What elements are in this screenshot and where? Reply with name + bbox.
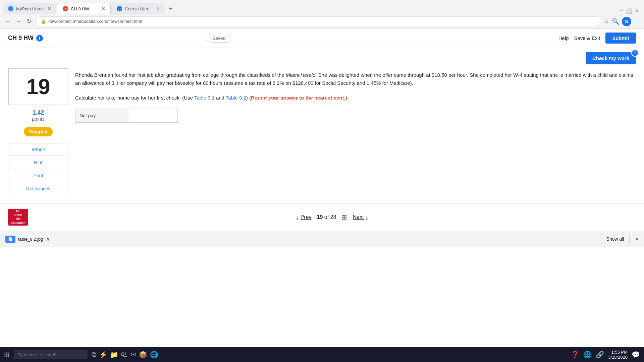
pagination: ‹ Prev 19 of 28 ⊞ Next ›: [297, 213, 368, 221]
forward-button[interactable]: →: [15, 17, 23, 26]
bookmark-icon[interactable]: ☆: [604, 18, 609, 25]
instruction-bold: (Round your answer to the nearest cent.): [249, 95, 347, 101]
instruction-part1: Calculate her take-home pay for her firs…: [75, 95, 194, 101]
question-instruction: Calculate her take-home pay for her firs…: [75, 94, 636, 102]
sidebar-links: eBook Hint Print References: [8, 143, 68, 195]
tab-mypath-label: MyPath Home: [16, 6, 44, 11]
points-value: 1.42: [8, 109, 68, 116]
logo-line1: Mc: [16, 209, 20, 214]
hero-favicon: 🛡: [117, 6, 122, 11]
show-all-button[interactable]: Show all: [601, 234, 630, 244]
left-panel: 19 1.42 points Skipped eBook Hint Print …: [8, 68, 68, 195]
ch9-favicon: ★: [63, 6, 68, 11]
points-section: 1.42 points: [8, 109, 68, 122]
download-actions: Show all ×: [601, 234, 639, 244]
net-pay-input-cell[interactable]: [129, 109, 178, 123]
net-pay-input[interactable]: [133, 112, 173, 120]
ebook-link[interactable]: eBook: [8, 143, 68, 156]
next-button[interactable]: Next ›: [353, 214, 368, 221]
close-window-button[interactable]: ×: [635, 7, 639, 14]
download-bar: 📄 table_9.2.jpg ∧ Show all ×: [0, 231, 644, 247]
grid-view-button[interactable]: ⊞: [341, 213, 347, 221]
next-arrow-icon: ›: [366, 214, 368, 221]
download-item: 📄 table_9.2.jpg ∧: [5, 235, 50, 243]
close-download-bar-button[interactable]: ×: [635, 236, 639, 243]
points-label: points: [8, 116, 68, 122]
skipped-badge[interactable]: Skipped: [24, 127, 53, 136]
question-number-box: 19: [8, 68, 68, 105]
table91-link[interactable]: Table 9.1: [194, 95, 215, 101]
prev-arrow-icon: ‹: [297, 214, 299, 221]
info-icon[interactable]: i: [36, 35, 43, 42]
prev-label[interactable]: Prev: [301, 214, 312, 220]
saved-badge: Saved: [207, 34, 231, 43]
question-area: Rhonda Brennan found her first job after…: [75, 68, 636, 195]
tab-mypath[interactable]: 🌐 MyPath Home ×: [3, 3, 56, 14]
new-tab-button[interactable]: +: [166, 3, 176, 14]
lock-icon: 🔒: [41, 19, 46, 24]
page-of: of: [324, 214, 330, 220]
total-pages: 28: [330, 214, 336, 220]
app-header: CH 9 HW i Saved Help Save & Exit Submit: [0, 28, 644, 48]
minimize-button[interactable]: −: [620, 7, 623, 14]
table92-link[interactable]: Table 9.2: [226, 95, 246, 101]
mgh-logo: Mc Graw Hill Education: [8, 209, 28, 226]
mypath-favicon: 🌐: [8, 6, 13, 11]
page-info: 19 of 28: [317, 214, 336, 220]
logo-line4: Education: [11, 221, 25, 225]
instruction-and: and: [215, 95, 226, 101]
check-work-container: Check my work 1: [0, 48, 644, 68]
back-button[interactable]: ←: [4, 17, 12, 26]
download-file-icon: 📄: [5, 236, 15, 243]
expand-downloads-button[interactable]: ∧: [46, 235, 50, 243]
print-link[interactable]: Print: [8, 170, 68, 182]
user-avatar[interactable]: S: [622, 17, 631, 26]
paper-name: Miami Herald: [286, 72, 315, 78]
browser-chrome: 🌐 MyPath Home × ★ CH 9 HW × 🛡 Course Her…: [0, 0, 644, 28]
address-bar: ← → ↻ 🔒 newconnect.mheducation.com/flow/…: [0, 14, 644, 28]
address-actions: ☆ 🔍 S ⋮: [604, 17, 640, 26]
skipped-container: Skipped: [8, 124, 68, 139]
table-row: Net pay: [75, 109, 178, 123]
current-page: 19: [317, 214, 323, 220]
hint-link[interactable]: Hint: [8, 157, 68, 169]
question-text: Rhonda Brennan found her first job after…: [75, 71, 636, 87]
title-text: CH 9 HW: [8, 35, 34, 42]
net-pay-label-cell: Net pay: [75, 109, 129, 123]
question-number: 19: [14, 74, 62, 99]
url-text[interactable]: newconnect.mheducation.com/flow/connect.…: [48, 19, 142, 24]
submit-button[interactable]: Submit: [605, 33, 636, 44]
download-filename: table_9.2.jpg: [18, 237, 43, 242]
instruction-part2: ): [246, 95, 249, 101]
url-bar[interactable]: 🔒 newconnect.mheducation.com/flow/connec…: [35, 16, 601, 26]
check-work-button[interactable]: Check my work 1: [586, 52, 636, 64]
logo-line3: Hill: [16, 217, 20, 221]
check-work-label: Check my work: [592, 55, 629, 61]
tab-ch9hw-label: CH 9 HW: [71, 6, 89, 11]
maximize-button[interactable]: ⬜: [626, 8, 632, 14]
help-link[interactable]: Help: [558, 35, 569, 41]
logo-line2: Graw: [14, 213, 22, 217]
tab-coursehero-label: Course Hero: [125, 6, 150, 11]
tab-ch9hw[interactable]: ★ CH 9 HW ×: [57, 3, 111, 14]
save-exit-link[interactable]: Save & Exit: [574, 35, 600, 41]
tab-ch9hw-close[interactable]: ×: [102, 6, 105, 12]
question-body-part1: Rhonda Brennan found her first job after…: [75, 72, 286, 78]
notification-badge: 1: [631, 49, 639, 57]
tab-bar: 🌐 MyPath Home × ★ CH 9 HW × 🛡 Course Her…: [0, 0, 644, 14]
tab-coursehero[interactable]: 🛡 Course Hero ×: [111, 3, 165, 14]
tab-coursehero-close[interactable]: ×: [157, 6, 160, 12]
header-actions: Help Save & Exit Submit: [558, 33, 636, 44]
prev-button[interactable]: ‹ Prev: [297, 214, 312, 221]
tab-mypath-close[interactable]: ×: [48, 6, 51, 12]
footer: Mc Graw Hill Education ‹ Prev 19 of 28 ⊞…: [0, 203, 644, 231]
search-icon[interactable]: 🔍: [612, 18, 619, 25]
reload-button[interactable]: ↻: [25, 17, 33, 26]
references-link[interactable]: References: [8, 183, 68, 195]
answer-table: Net pay: [75, 109, 178, 123]
app-title: CH 9 HW i: [8, 35, 43, 42]
menu-icon[interactable]: ⋮: [634, 18, 640, 25]
main-content: 19 1.42 points Skipped eBook Hint Print …: [0, 68, 644, 203]
next-label[interactable]: Next: [353, 214, 364, 220]
